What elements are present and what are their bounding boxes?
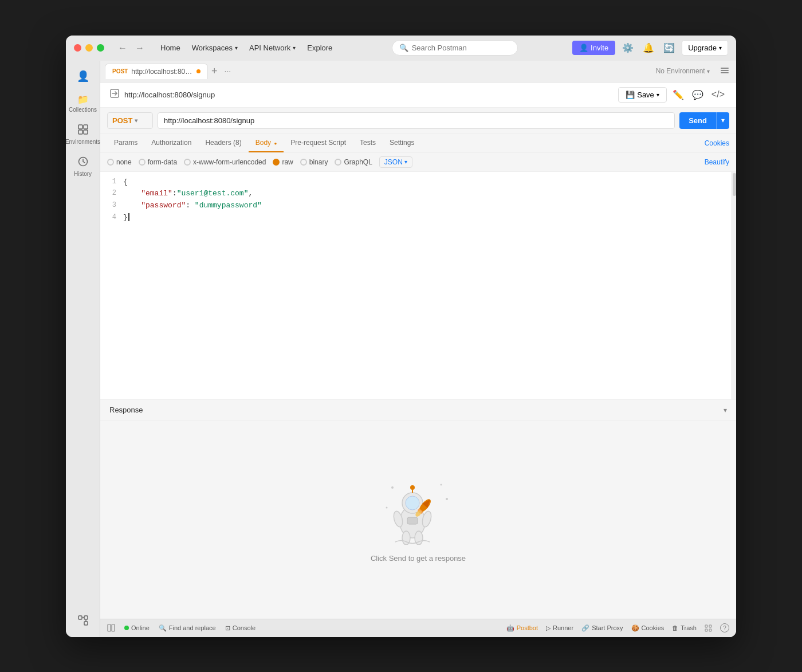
tab-authorization[interactable]: Authorization (144, 134, 198, 152)
status-layout-icon[interactable] (107, 624, 115, 632)
body-urlencoded-option[interactable]: x-www-form-urlencoded (184, 158, 266, 166)
upgrade-button[interactable]: Upgrade ▾ (682, 40, 728, 56)
search-input-wrap[interactable]: 🔍 (392, 40, 518, 56)
no-environment-dropdown[interactable]: No Environment ▾ (652, 67, 713, 75)
svg-rect-21 (407, 517, 418, 524)
api-network-nav-item[interactable]: API Network ▾ (245, 41, 300, 54)
status-help[interactable]: ? (720, 623, 729, 632)
explore-nav-item[interactable]: Explore (302, 41, 337, 54)
editor-scrollbar[interactable] (732, 172, 736, 400)
json-type-selector[interactable]: JSON ▾ (379, 156, 412, 168)
settings-button[interactable]: ⚙️ (620, 40, 636, 56)
svg-rect-12 (721, 72, 729, 73)
tab-pre-request[interactable]: Pre-request Script (284, 134, 353, 152)
status-trash[interactable]: 🗑 Trash (672, 624, 697, 631)
new-tab-button[interactable]: + (208, 65, 221, 77)
sidebar-collections-label: Collections (69, 107, 97, 113)
search-icon-small: 🔍 (159, 624, 167, 632)
cookies-link[interactable]: Cookies (705, 139, 729, 147)
tab-bar-right: No Environment ▾ (652, 64, 732, 79)
cookie-icon: 🍪 (631, 624, 639, 632)
apps-icon (78, 615, 88, 628)
svg-point-28 (391, 486, 394, 489)
status-online[interactable]: Online (124, 624, 150, 631)
send-button[interactable]: Send (679, 112, 716, 129)
sync-button[interactable]: 🔄 (661, 40, 677, 56)
status-start-proxy[interactable]: 🔗 Start Proxy (581, 624, 623, 632)
body-none-option[interactable]: none (107, 158, 132, 166)
user-icon: 👤 (77, 70, 89, 82)
comment-button[interactable]: 💬 (690, 87, 706, 103)
notification-button[interactable]: 🔔 (640, 40, 656, 56)
tab-body[interactable]: Body ● (249, 134, 284, 152)
tab-tests[interactable]: Tests (353, 134, 383, 152)
code-line-1: 1 { (100, 176, 736, 188)
graphql-radio[interactable] (335, 159, 341, 166)
urlencoded-radio[interactable] (184, 159, 191, 166)
svg-rect-36 (705, 629, 707, 631)
active-tab[interactable]: POST http://localhost:8080/ (105, 64, 208, 79)
user-plus-icon: 👤 (579, 44, 588, 52)
forward-button[interactable]: → (133, 42, 147, 54)
maximize-button[interactable] (97, 44, 104, 52)
tab-settings[interactable]: Settings (383, 134, 421, 152)
code-line-2: 2 "email":"user1@test.com", (100, 188, 736, 200)
history-icon (78, 156, 88, 169)
save-chevron-icon: ▾ (656, 92, 659, 98)
home-nav-item[interactable]: Home (156, 41, 185, 54)
sidebar-item-collections[interactable]: 📁 Collections (68, 89, 98, 117)
tab-url: http://localhost:8080/ (131, 68, 193, 76)
request-header-actions: 💾 Save ▾ ✏️ 💬 </> (618, 87, 727, 103)
send-dropdown-button[interactable]: ▾ (716, 112, 729, 129)
svg-rect-37 (709, 629, 711, 631)
svg-point-30 (446, 498, 448, 500)
back-button[interactable]: ← (116, 42, 129, 54)
svg-point-16 (406, 496, 419, 510)
invite-button[interactable]: 👤 Invite (572, 41, 615, 55)
status-runner[interactable]: ▷ Runner (546, 624, 573, 632)
method-select[interactable]: POST ▾ (107, 112, 153, 129)
close-button[interactable] (74, 44, 81, 52)
binary-radio[interactable] (300, 159, 307, 166)
environment-settings-button[interactable] (718, 64, 732, 79)
status-cookies[interactable]: 🍪 Cookies (631, 624, 665, 632)
workspaces-nav-item[interactable]: Workspaces ▾ (187, 41, 242, 54)
body-raw-option[interactable]: raw (273, 158, 293, 166)
body-graphql-option[interactable]: GraphQL (335, 158, 372, 166)
minimize-button[interactable] (85, 44, 93, 52)
url-input[interactable] (158, 112, 675, 129)
method-chevron-icon: ▾ (135, 117, 137, 124)
svg-rect-34 (705, 625, 707, 627)
code-button[interactable]: </> (709, 87, 727, 102)
status-console[interactable]: ⊡ Console (225, 624, 255, 632)
code-line-3: 3 "password": "dummypassword" (100, 200, 736, 212)
status-find-replace[interactable]: 🔍 Find and replace (159, 624, 216, 632)
tab-headers[interactable]: Headers (8) (198, 134, 248, 152)
none-radio[interactable] (107, 159, 114, 166)
svg-rect-0 (78, 125, 82, 129)
sidebar-apps[interactable] (68, 611, 98, 632)
sidebar-item-user[interactable]: 👤 (68, 65, 98, 87)
response-header[interactable]: Response ▾ (100, 400, 736, 421)
more-tabs-button[interactable]: ··· (221, 66, 235, 76)
sidebar-item-environments[interactable]: Environments (68, 120, 98, 150)
tab-params[interactable]: Params (107, 134, 144, 152)
beautify-button[interactable]: Beautify (705, 158, 729, 166)
svg-point-31 (386, 507, 388, 509)
code-editor[interactable]: 1 { 2 "email":"user1@test.com", 3 "passw… (100, 172, 736, 400)
svg-rect-1 (84, 125, 88, 129)
body-binary-option[interactable]: binary (300, 158, 328, 166)
form-data-radio[interactable] (139, 159, 146, 166)
search-input[interactable] (412, 44, 510, 52)
svg-point-29 (441, 484, 442, 486)
raw-radio[interactable] (273, 159, 280, 166)
sidebar-item-history[interactable]: History (68, 152, 98, 182)
scrollbar-thumb[interactable] (733, 173, 736, 196)
edit-button[interactable]: ✏️ (670, 87, 686, 103)
status-grid[interactable] (705, 624, 712, 632)
body-options: none form-data x-www-form-urlencoded raw… (100, 153, 736, 172)
body-form-data-option[interactable]: form-data (139, 158, 177, 166)
save-button[interactable]: 💾 Save ▾ (618, 87, 667, 103)
status-postbot[interactable]: 🤖 Postbot (506, 624, 538, 632)
save-icon: 💾 (626, 91, 635, 99)
